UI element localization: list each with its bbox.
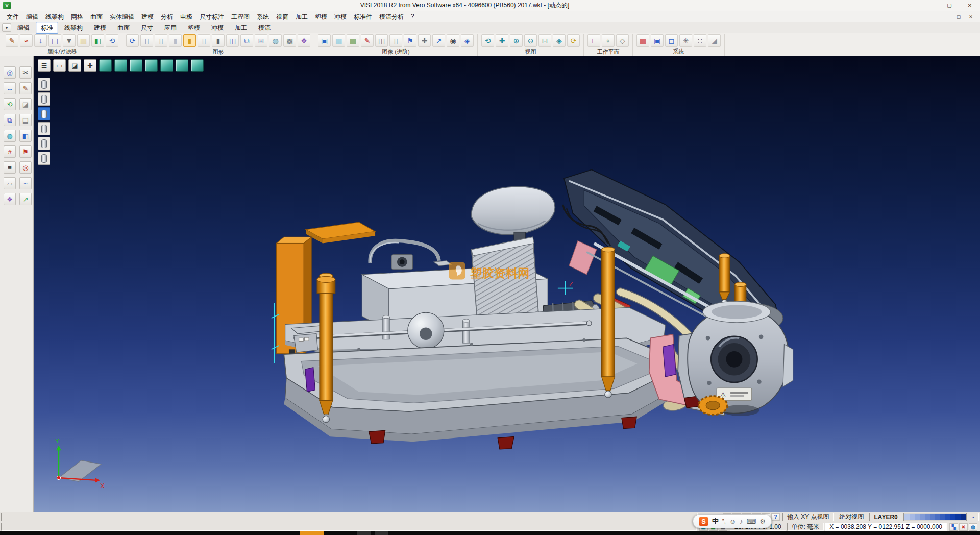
transform-icon[interactable]: ↔	[4, 82, 16, 94]
filter-solid-icon[interactable]	[38, 122, 50, 135]
status-help-icon[interactable]: ?	[771, 513, 780, 521]
view-rotate-icon[interactable]: ⟲	[481, 34, 494, 47]
shaded-cylinder-icon[interactable]: ▮	[169, 34, 182, 47]
filter-funnel-icon[interactable]: ▼	[63, 34, 76, 47]
sogou-logo-icon[interactable]: S	[699, 517, 708, 526]
ribbon-tab[interactable]: 模流	[253, 22, 276, 34]
curve-icon[interactable]: ~	[19, 177, 32, 189]
notebook-icon[interactable]: ▤	[19, 114, 32, 126]
measure-icon[interactable]: #	[4, 145, 16, 158]
viewport-select-icon[interactable]: ✚	[84, 59, 96, 72]
menu-item[interactable]: 加工	[292, 12, 311, 22]
hidden-line-icon[interactable]: ▯	[155, 34, 167, 47]
scissors-icon[interactable]: ✂	[19, 66, 32, 79]
layers-icon[interactable]: ≡	[4, 161, 16, 174]
ime-keyboard-icon[interactable]: ⌨	[747, 518, 756, 525]
shaded-edges-icon[interactable]: ▮	[183, 34, 196, 47]
cube-edit-icon[interactable]: ◧	[19, 130, 32, 142]
menu-item[interactable]: 电极	[177, 12, 196, 22]
maximize-button[interactable]: ▢	[939, 0, 960, 11]
redraw-icon[interactable]: ⟳	[126, 34, 139, 47]
layer-swatch[interactable]	[925, 514, 930, 520]
image-preview-icon[interactable]: ◉	[447, 34, 459, 47]
system-palette-icon[interactable]: ▦	[636, 34, 649, 47]
ime-settings-icon[interactable]: ⚙	[760, 518, 766, 525]
menu-item[interactable]: 工程图	[228, 12, 253, 22]
close-view-icon[interactable]: ✕	[959, 523, 968, 531]
layer-swatch[interactable]	[935, 514, 940, 520]
menu-item[interactable]: 模流分析	[376, 12, 407, 22]
multi-view-icon[interactable]: ⧉	[240, 34, 253, 47]
menu-item[interactable]: ?	[407, 12, 418, 22]
menu-item[interactable]: 分析	[157, 12, 177, 22]
layer-swatch[interactable]	[930, 514, 935, 520]
filter-vertex-icon[interactable]	[38, 78, 50, 91]
menu-item[interactable]: 标准件	[350, 12, 376, 22]
viewport-menu-icon[interactable]: ☰	[38, 59, 51, 72]
image-export-icon[interactable]: ↗	[432, 34, 445, 47]
effects-icon[interactable]: ❖	[298, 34, 310, 47]
view-iso-icon[interactable]: ◈	[553, 34, 566, 47]
attr-dropper-icon[interactable]: ↓	[34, 34, 47, 47]
layer-swatch[interactable]	[920, 514, 925, 520]
menu-item[interactable]: 文件	[3, 12, 22, 22]
view-zoom-in-icon[interactable]: ⊕	[510, 34, 523, 47]
system-shadow-icon[interactable]: ◢	[708, 34, 721, 47]
menu-item[interactable]: 实体编辑	[106, 12, 138, 22]
view-cube-iso-icon[interactable]	[191, 59, 204, 72]
zoom-tool-icon[interactable]: ◎	[4, 66, 16, 79]
network-globe-icon[interactable]: ◍	[969, 523, 977, 531]
filter-type-icon[interactable]: ▦	[77, 34, 90, 47]
view-cube-right-icon[interactable]	[145, 59, 158, 72]
menu-item[interactable]: 线架构	[42, 12, 67, 22]
image-move-icon[interactable]: ✚	[418, 34, 431, 47]
filter-all-icon[interactable]	[38, 152, 50, 165]
ribbon-tab[interactable]: 编辑	[12, 22, 35, 34]
ime-language-toggle[interactable]: 中	[712, 517, 719, 526]
units-field[interactable]: 单位: 毫米	[787, 523, 824, 531]
viewport-canvas[interactable]: ⚠ Z 塑胶资料网	[34, 56, 980, 512]
layer-swatch[interactable]	[904, 514, 910, 520]
layer-swatch[interactable]	[955, 514, 961, 520]
absolute-view-field[interactable]: 绝对视图	[835, 513, 868, 521]
taskbar-app[interactable]	[375, 531, 388, 535]
image-cube-icon[interactable]: ◈	[461, 34, 474, 47]
image-compare-icon[interactable]: ◫	[375, 34, 388, 47]
menu-item[interactable]: 冲模	[331, 12, 350, 22]
view-cube-left-icon[interactable]	[130, 59, 142, 72]
image-green-grid-icon[interactable]: ▦	[347, 34, 359, 47]
layer-swatch[interactable]	[915, 514, 920, 520]
wireframe-cylinder-icon[interactable]: ▯	[140, 34, 153, 47]
target-icon[interactable]: ◎	[19, 161, 32, 174]
system-monitor-icon[interactable]: ▣	[651, 34, 664, 47]
ribbon-tab[interactable]: 建模	[89, 22, 111, 34]
filter-edge-icon[interactable]	[38, 92, 50, 106]
solid-view-icon[interactable]: ▮	[212, 34, 225, 47]
layer-swatch[interactable]	[910, 514, 915, 520]
image-capture-icon[interactable]: ▣	[318, 34, 331, 47]
ribbon-tab[interactable]: 冲模	[206, 22, 229, 34]
menu-item[interactable]: 系统	[253, 12, 273, 22]
system-settings-icon[interactable]: ✳	[679, 34, 692, 47]
ribbon-tab[interactable]: 塑模	[183, 22, 205, 34]
system-grid-icon[interactable]: ∷	[694, 34, 706, 47]
ime-punctuation-toggle[interactable]: ”,	[722, 518, 726, 524]
layer-swatch[interactable]	[945, 514, 950, 520]
sheet-icon[interactable]: ▱	[4, 177, 16, 189]
ribbon-tab[interactable]: 应用	[159, 22, 182, 34]
view-refresh-icon[interactable]: ⟳	[567, 34, 580, 47]
mdi-minimize-button[interactable]: —	[940, 13, 952, 21]
ribbon-tab[interactable]: 线架构	[59, 22, 88, 34]
viewport-shade-icon[interactable]: ◪	[68, 59, 81, 72]
texture-icon[interactable]: ▩	[283, 34, 296, 47]
view-pattern-icon[interactable]: ▚	[949, 523, 958, 531]
view-zoom-out-icon[interactable]: ⊖	[524, 34, 537, 47]
image-split-icon[interactable]: ▥	[332, 34, 345, 47]
menu-item[interactable]: 曲面	[87, 12, 106, 22]
workplane-3d-icon[interactable]: ◇	[616, 34, 629, 47]
transparent-view-icon[interactable]: ▯	[198, 34, 210, 47]
menu-item[interactable]: 尺寸标注	[196, 12, 228, 22]
view-cube-top-icon[interactable]	[160, 59, 173, 72]
menu-item[interactable]: 塑模	[311, 12, 331, 22]
layer-swatch[interactable]	[940, 514, 945, 520]
